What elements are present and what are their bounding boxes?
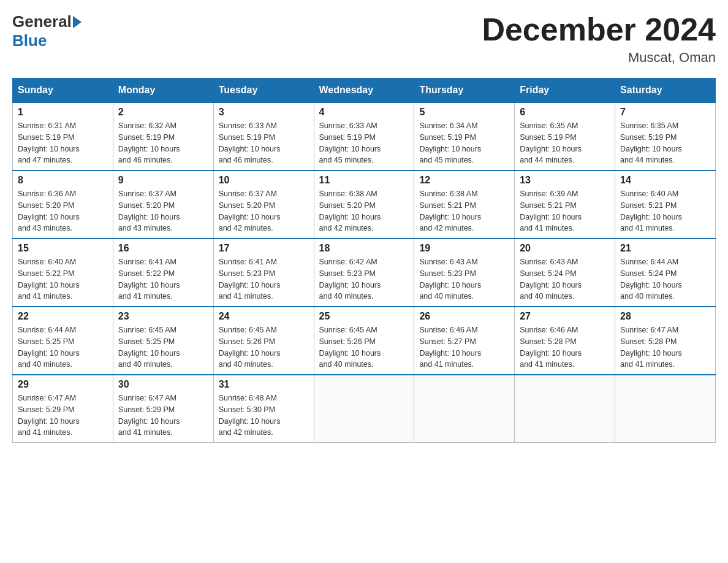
day-info: Sunrise: 6:38 AMSunset: 5:20 PMDaylight:… [319,188,409,234]
calendar-cell-w4-d5: 26Sunrise: 6:46 AMSunset: 5:27 PMDayligh… [414,307,515,375]
day-number: 26 [419,311,509,322]
calendar-week-1: 1Sunrise: 6:31 AMSunset: 5:19 PMDaylight… [13,102,716,170]
day-info: Sunrise: 6:40 AMSunset: 5:22 PMDaylight:… [18,256,108,302]
day-info: Sunrise: 6:35 AMSunset: 5:19 PMDaylight:… [520,120,610,166]
day-number: 29 [18,379,108,390]
day-info: Sunrise: 6:41 AMSunset: 5:22 PMDaylight:… [118,256,208,302]
day-info: Sunrise: 6:37 AMSunset: 5:20 PMDaylight:… [118,188,208,234]
day-info: Sunrise: 6:33 AMSunset: 5:19 PMDaylight:… [219,120,309,166]
day-info: Sunrise: 6:43 AMSunset: 5:24 PMDaylight:… [520,256,610,302]
day-number: 30 [118,379,208,390]
day-number: 3 [219,107,309,118]
calendar-cell-w5-d6 [515,375,615,443]
day-info: Sunrise: 6:41 AMSunset: 5:23 PMDaylight:… [219,256,309,302]
day-number: 24 [219,311,309,322]
day-info: Sunrise: 6:32 AMSunset: 5:19 PMDaylight:… [118,120,208,166]
col-tuesday: Tuesday [213,79,314,103]
day-info: Sunrise: 6:47 AMSunset: 5:28 PMDaylight:… [620,324,710,370]
day-number: 13 [520,175,610,186]
calendar-cell-w3-d6: 20Sunrise: 6:43 AMSunset: 5:24 PMDayligh… [515,239,615,307]
day-number: 4 [319,107,409,118]
col-thursday: Thursday [414,79,515,103]
day-number: 5 [419,107,509,118]
day-info: Sunrise: 6:48 AMSunset: 5:30 PMDaylight:… [219,393,309,439]
day-info: Sunrise: 6:46 AMSunset: 5:28 PMDaylight:… [520,324,610,370]
day-number: 11 [319,175,409,186]
calendar-cell-w4-d2: 23Sunrise: 6:45 AMSunset: 5:25 PMDayligh… [113,307,213,375]
calendar-cell-w5-d5 [414,375,515,443]
day-info: Sunrise: 6:47 AMSunset: 5:29 PMDaylight:… [118,393,208,439]
calendar-cell-w3-d4: 18Sunrise: 6:42 AMSunset: 5:23 PMDayligh… [314,239,414,307]
day-info: Sunrise: 6:43 AMSunset: 5:23 PMDaylight:… [419,256,509,302]
col-saturday: Saturday [615,79,716,103]
calendar-cell-w4-d7: 28Sunrise: 6:47 AMSunset: 5:28 PMDayligh… [615,307,716,375]
day-info: Sunrise: 6:45 AMSunset: 5:26 PMDaylight:… [219,324,309,370]
logo-general-text: General [12,12,72,31]
day-info: Sunrise: 6:44 AMSunset: 5:25 PMDaylight:… [18,324,108,370]
calendar-table: Sunday Monday Tuesday Wednesday Thursday… [12,78,716,443]
day-number: 31 [219,379,309,390]
calendar-cell-w2-d7: 14Sunrise: 6:40 AMSunset: 5:21 PMDayligh… [615,170,716,239]
calendar-cell-w5-d4 [314,375,414,443]
calendar-cell-w4-d4: 25Sunrise: 6:45 AMSunset: 5:26 PMDayligh… [314,307,414,375]
day-number: 15 [18,243,108,254]
logo: General Blue [12,12,83,50]
calendar-cell-w3-d2: 16Sunrise: 6:41 AMSunset: 5:22 PMDayligh… [113,239,213,307]
day-number: 10 [219,175,309,186]
day-number: 12 [419,175,509,186]
calendar-cell-w2-d6: 13Sunrise: 6:39 AMSunset: 5:21 PMDayligh… [515,170,615,239]
logo-arrow-icon [73,16,82,28]
calendar-cell-w1-d4: 4Sunrise: 6:33 AMSunset: 5:19 PMDaylight… [314,102,414,170]
calendar-cell-w2-d1: 8Sunrise: 6:36 AMSunset: 5:20 PMDaylight… [13,170,113,239]
calendar-cell-w5-d7 [615,375,716,443]
day-info: Sunrise: 6:45 AMSunset: 5:26 PMDaylight:… [319,324,409,370]
day-number: 22 [18,311,108,322]
col-wednesday: Wednesday [314,79,414,103]
calendar-cell-w1-d5: 5Sunrise: 6:34 AMSunset: 5:19 PMDaylight… [414,102,515,170]
calendar-cell-w2-d2: 9Sunrise: 6:37 AMSunset: 5:20 PMDaylight… [113,170,213,239]
day-number: 6 [520,107,610,118]
calendar-cell-w3-d3: 17Sunrise: 6:41 AMSunset: 5:23 PMDayligh… [213,239,314,307]
calendar-cell-w1-d2: 2Sunrise: 6:32 AMSunset: 5:19 PMDaylight… [113,102,213,170]
day-info: Sunrise: 6:38 AMSunset: 5:21 PMDaylight:… [419,188,509,234]
page-header: General Blue December 2024 Muscat, Oman [12,12,716,66]
calendar-cell-w4-d3: 24Sunrise: 6:45 AMSunset: 5:26 PMDayligh… [213,307,314,375]
calendar-week-3: 15Sunrise: 6:40 AMSunset: 5:22 PMDayligh… [13,239,716,307]
day-info: Sunrise: 6:46 AMSunset: 5:27 PMDaylight:… [419,324,509,370]
day-number: 18 [319,243,409,254]
day-info: Sunrise: 6:34 AMSunset: 5:19 PMDaylight:… [419,120,509,166]
day-number: 25 [319,311,409,322]
day-info: Sunrise: 6:37 AMSunset: 5:20 PMDaylight:… [219,188,309,234]
day-number: 28 [620,311,710,322]
col-friday: Friday [515,79,615,103]
calendar-cell-w2-d3: 10Sunrise: 6:37 AMSunset: 5:20 PMDayligh… [213,170,314,239]
day-number: 17 [219,243,309,254]
day-info: Sunrise: 6:44 AMSunset: 5:24 PMDaylight:… [620,256,710,302]
day-info: Sunrise: 6:35 AMSunset: 5:19 PMDaylight:… [620,120,710,166]
day-number: 23 [118,311,208,322]
day-number: 7 [620,107,710,118]
day-info: Sunrise: 6:45 AMSunset: 5:25 PMDaylight:… [118,324,208,370]
day-number: 20 [520,243,610,254]
calendar-cell-w3-d1: 15Sunrise: 6:40 AMSunset: 5:22 PMDayligh… [13,239,113,307]
month-title: December 2024 [482,12,716,47]
calendar-cell-w2-d4: 11Sunrise: 6:38 AMSunset: 5:20 PMDayligh… [314,170,414,239]
day-info: Sunrise: 6:47 AMSunset: 5:29 PMDaylight:… [18,393,108,439]
calendar-cell-w1-d1: 1Sunrise: 6:31 AMSunset: 5:19 PMDaylight… [13,102,113,170]
calendar-cell-w4-d6: 27Sunrise: 6:46 AMSunset: 5:28 PMDayligh… [515,307,615,375]
day-number: 1 [18,107,108,118]
calendar-cell-w5-d3: 31Sunrise: 6:48 AMSunset: 5:30 PMDayligh… [213,375,314,443]
calendar-cell-w2-d5: 12Sunrise: 6:38 AMSunset: 5:21 PMDayligh… [414,170,515,239]
calendar-week-5: 29Sunrise: 6:47 AMSunset: 5:29 PMDayligh… [13,375,716,443]
calendar-cell-w5-d2: 30Sunrise: 6:47 AMSunset: 5:29 PMDayligh… [113,375,213,443]
calendar-cell-w3-d7: 21Sunrise: 6:44 AMSunset: 5:24 PMDayligh… [615,239,716,307]
calendar-cell-w5-d1: 29Sunrise: 6:47 AMSunset: 5:29 PMDayligh… [13,375,113,443]
calendar-cell-w1-d6: 6Sunrise: 6:35 AMSunset: 5:19 PMDaylight… [515,102,615,170]
day-number: 2 [118,107,208,118]
calendar-week-2: 8Sunrise: 6:36 AMSunset: 5:20 PMDaylight… [13,170,716,239]
col-sunday: Sunday [13,79,113,103]
day-number: 19 [419,243,509,254]
day-info: Sunrise: 6:31 AMSunset: 5:19 PMDaylight:… [18,120,108,166]
day-info: Sunrise: 6:39 AMSunset: 5:21 PMDaylight:… [520,188,610,234]
day-number: 8 [18,175,108,186]
